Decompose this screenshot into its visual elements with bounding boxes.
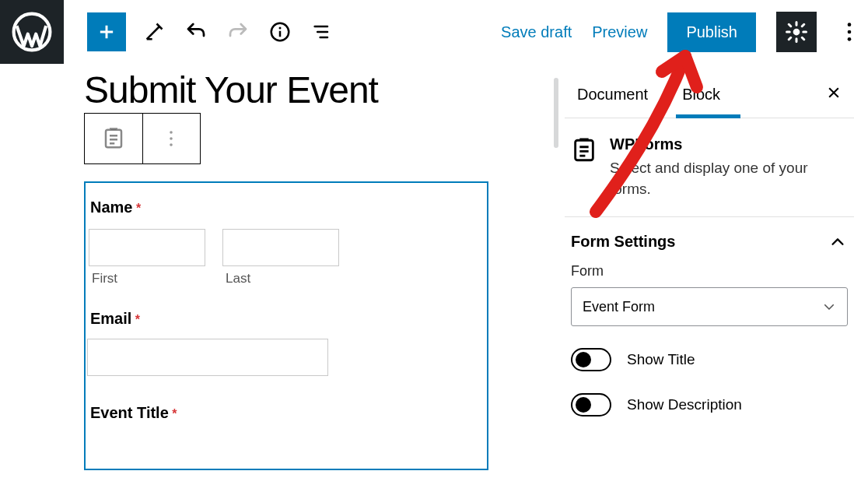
show-description-toggle[interactable] <box>571 393 611 416</box>
undo-icon <box>184 20 208 44</box>
block-toolbar <box>84 113 201 164</box>
more-options-button[interactable] <box>840 18 859 46</box>
last-name-sublabel: Last <box>222 271 339 286</box>
save-draft-button[interactable]: Save draft <box>501 23 572 41</box>
form-settings-label: Form Settings <box>571 233 675 251</box>
close-icon <box>826 85 842 100</box>
form-select-value: Event Form <box>583 299 655 315</box>
toolbar-right: Save draft Preview Publish <box>501 12 859 52</box>
block-name: WPForms <box>610 135 840 153</box>
more-vertical-icon <box>846 21 852 43</box>
show-title-toggle[interactable] <box>571 348 611 371</box>
svg-point-6 <box>848 37 852 41</box>
form-block-icon <box>571 137 597 163</box>
undo-button[interactable] <box>182 18 210 46</box>
tab-document[interactable]: Document <box>571 79 662 118</box>
settings-button[interactable] <box>776 12 817 52</box>
svg-point-10 <box>170 143 173 146</box>
required-mark: * <box>135 313 140 326</box>
form-block[interactable]: Name * First Last Email * Event Tit <box>84 181 488 470</box>
required-mark: * <box>136 202 141 215</box>
info-icon <box>268 20 292 44</box>
wordpress-icon <box>12 12 52 52</box>
scrollbar[interactable] <box>554 78 558 148</box>
svg-point-9 <box>170 137 173 140</box>
settings-sidebar: Document Block WPForms Select and displa… <box>565 64 868 478</box>
tab-block[interactable]: Block <box>676 79 734 118</box>
form-settings-panel-toggle[interactable]: Form Settings <box>565 217 854 263</box>
name-label: Name <box>87 199 132 216</box>
close-sidebar-button[interactable] <box>826 82 848 115</box>
event-title-label: Event Title <box>87 404 169 421</box>
info-button[interactable] <box>266 18 294 46</box>
first-name-input[interactable] <box>89 229 205 266</box>
toolbar-left <box>64 12 336 51</box>
wp-logo[interactable] <box>0 0 64 64</box>
block-description: WPForms Select and display one of your f… <box>565 118 854 217</box>
email-input[interactable] <box>87 339 328 376</box>
show-title-label: Show Title <box>627 351 695 368</box>
sidebar-tabs: Document Block <box>565 64 854 118</box>
redo-button[interactable] <box>224 18 252 46</box>
chevron-down-icon <box>822 300 836 314</box>
block-type-button[interactable] <box>85 114 143 163</box>
pencil-icon <box>143 21 165 43</box>
outline-icon <box>311 21 333 43</box>
page-title[interactable]: Submit Your Event <box>84 69 554 111</box>
redo-icon <box>226 20 250 44</box>
edit-mode-button[interactable] <box>140 18 168 46</box>
form-block-icon <box>102 127 125 150</box>
svg-point-8 <box>170 131 173 134</box>
outline-button[interactable] <box>308 18 336 46</box>
svg-point-2 <box>279 27 282 30</box>
block-more-button[interactable] <box>143 114 201 163</box>
show-description-label: Show Description <box>627 396 742 413</box>
svg-point-5 <box>848 30 852 34</box>
form-settings-body: Form Event Form Show Title Show Descript… <box>565 263 854 416</box>
chevron-up-icon <box>829 234 846 251</box>
preview-button[interactable]: Preview <box>592 23 647 41</box>
more-vertical-icon <box>169 128 173 149</box>
top-toolbar: Save draft Preview Publish <box>0 0 868 64</box>
form-select-label: Form <box>571 263 848 279</box>
editor-canvas[interactable]: Submit Your Event Name * First <box>0 64 554 478</box>
last-name-input[interactable] <box>222 229 339 266</box>
add-block-button[interactable] <box>87 12 126 51</box>
form-select[interactable]: Event Form <box>571 287 848 326</box>
first-name-sublabel: First <box>89 271 205 286</box>
required-mark: * <box>172 407 177 420</box>
gear-icon <box>785 20 808 44</box>
email-label: Email <box>87 310 131 327</box>
plus-icon <box>96 21 117 43</box>
publish-button[interactable]: Publish <box>667 12 756 52</box>
svg-point-4 <box>848 23 852 26</box>
svg-point-3 <box>793 29 800 36</box>
block-desc-text: Select and display one of your forms. <box>610 158 840 199</box>
